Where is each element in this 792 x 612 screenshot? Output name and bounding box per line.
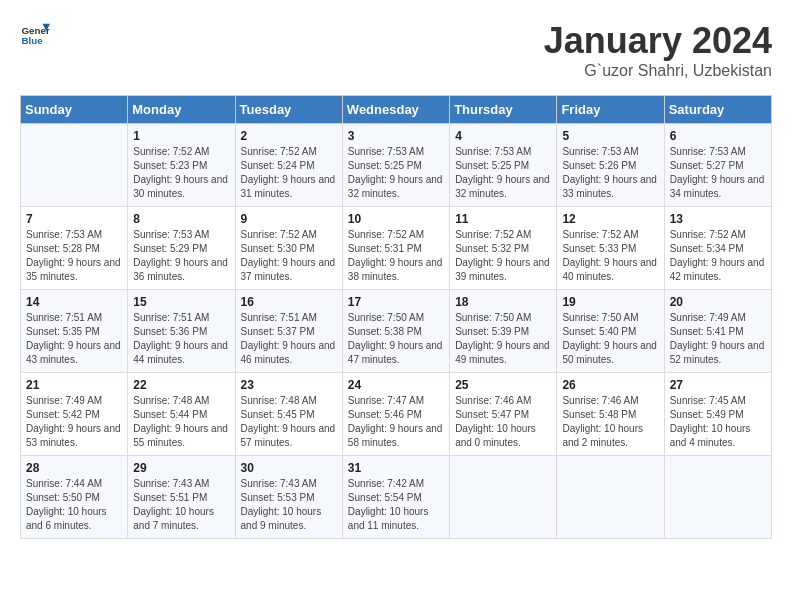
daylight-hours: Daylight: 9 hours and 43 minutes. (26, 340, 121, 365)
daylight-hours: Daylight: 10 hours and 6 minutes. (26, 506, 107, 531)
day-number: 30 (241, 461, 337, 475)
sunset-time: Sunset: 5:30 PM (241, 243, 315, 254)
daylight-hours: Daylight: 9 hours and 58 minutes. (348, 423, 443, 448)
daylight-hours: Daylight: 10 hours and 2 minutes. (562, 423, 643, 448)
sunrise-time: Sunrise: 7:49 AM (26, 395, 102, 406)
day-info: Sunrise: 7:47 AM Sunset: 5:46 PM Dayligh… (348, 394, 444, 450)
sunset-time: Sunset: 5:40 PM (562, 326, 636, 337)
calendar-cell: 13 Sunrise: 7:52 AM Sunset: 5:34 PM Dayl… (664, 207, 771, 290)
day-number: 1 (133, 129, 229, 143)
logo-icon: General Blue (20, 20, 50, 50)
day-info: Sunrise: 7:52 AM Sunset: 5:24 PM Dayligh… (241, 145, 337, 201)
daylight-hours: Daylight: 9 hours and 32 minutes. (455, 174, 550, 199)
calendar-cell: 23 Sunrise: 7:48 AM Sunset: 5:45 PM Dayl… (235, 373, 342, 456)
calendar-cell: 5 Sunrise: 7:53 AM Sunset: 5:26 PM Dayli… (557, 124, 664, 207)
calendar-cell: 20 Sunrise: 7:49 AM Sunset: 5:41 PM Dayl… (664, 290, 771, 373)
day-number: 25 (455, 378, 551, 392)
sunset-time: Sunset: 5:49 PM (670, 409, 744, 420)
sunset-time: Sunset: 5:45 PM (241, 409, 315, 420)
sunset-time: Sunset: 5:42 PM (26, 409, 100, 420)
sunrise-time: Sunrise: 7:52 AM (562, 229, 638, 240)
day-number: 7 (26, 212, 122, 226)
sunrise-time: Sunrise: 7:44 AM (26, 478, 102, 489)
day-info: Sunrise: 7:50 AM Sunset: 5:38 PM Dayligh… (348, 311, 444, 367)
daylight-hours: Daylight: 9 hours and 34 minutes. (670, 174, 765, 199)
day-number: 3 (348, 129, 444, 143)
sunset-time: Sunset: 5:46 PM (348, 409, 422, 420)
calendar-week-row: 21 Sunrise: 7:49 AM Sunset: 5:42 PM Dayl… (21, 373, 772, 456)
calendar-cell: 28 Sunrise: 7:44 AM Sunset: 5:50 PM Dayl… (21, 456, 128, 539)
calendar-cell: 17 Sunrise: 7:50 AM Sunset: 5:38 PM Dayl… (342, 290, 449, 373)
calendar-cell: 30 Sunrise: 7:43 AM Sunset: 5:53 PM Dayl… (235, 456, 342, 539)
day-info: Sunrise: 7:51 AM Sunset: 5:35 PM Dayligh… (26, 311, 122, 367)
sunrise-time: Sunrise: 7:50 AM (348, 312, 424, 323)
day-number: 6 (670, 129, 766, 143)
col-tuesday: Tuesday (235, 96, 342, 124)
logo: General Blue (20, 20, 50, 50)
sunset-time: Sunset: 5:34 PM (670, 243, 744, 254)
daylight-hours: Daylight: 9 hours and 47 minutes. (348, 340, 443, 365)
day-info: Sunrise: 7:51 AM Sunset: 5:37 PM Dayligh… (241, 311, 337, 367)
day-number: 29 (133, 461, 229, 475)
calendar-cell: 10 Sunrise: 7:52 AM Sunset: 5:31 PM Dayl… (342, 207, 449, 290)
sunrise-time: Sunrise: 7:52 AM (670, 229, 746, 240)
sunrise-time: Sunrise: 7:43 AM (241, 478, 317, 489)
day-info: Sunrise: 7:44 AM Sunset: 5:50 PM Dayligh… (26, 477, 122, 533)
day-number: 28 (26, 461, 122, 475)
calendar-cell: 19 Sunrise: 7:50 AM Sunset: 5:40 PM Dayl… (557, 290, 664, 373)
sunrise-time: Sunrise: 7:47 AM (348, 395, 424, 406)
daylight-hours: Daylight: 9 hours and 32 minutes. (348, 174, 443, 199)
daylight-hours: Daylight: 9 hours and 30 minutes. (133, 174, 228, 199)
day-info: Sunrise: 7:52 AM Sunset: 5:32 PM Dayligh… (455, 228, 551, 284)
day-info: Sunrise: 7:48 AM Sunset: 5:45 PM Dayligh… (241, 394, 337, 450)
day-number: 9 (241, 212, 337, 226)
sunset-time: Sunset: 5:33 PM (562, 243, 636, 254)
sunset-time: Sunset: 5:28 PM (26, 243, 100, 254)
calendar-cell: 27 Sunrise: 7:45 AM Sunset: 5:49 PM Dayl… (664, 373, 771, 456)
daylight-hours: Daylight: 10 hours and 0 minutes. (455, 423, 536, 448)
daylight-hours: Daylight: 9 hours and 46 minutes. (241, 340, 336, 365)
day-number: 8 (133, 212, 229, 226)
day-number: 31 (348, 461, 444, 475)
calendar-cell: 9 Sunrise: 7:52 AM Sunset: 5:30 PM Dayli… (235, 207, 342, 290)
col-wednesday: Wednesday (342, 96, 449, 124)
calendar-cell: 4 Sunrise: 7:53 AM Sunset: 5:25 PM Dayli… (450, 124, 557, 207)
day-info: Sunrise: 7:52 AM Sunset: 5:23 PM Dayligh… (133, 145, 229, 201)
page-title: January 2024 (544, 20, 772, 62)
daylight-hours: Daylight: 9 hours and 52 minutes. (670, 340, 765, 365)
calendar-week-row: 28 Sunrise: 7:44 AM Sunset: 5:50 PM Dayl… (21, 456, 772, 539)
day-number: 24 (348, 378, 444, 392)
calendar-cell: 7 Sunrise: 7:53 AM Sunset: 5:28 PM Dayli… (21, 207, 128, 290)
day-info: Sunrise: 7:52 AM Sunset: 5:33 PM Dayligh… (562, 228, 658, 284)
day-info: Sunrise: 7:43 AM Sunset: 5:53 PM Dayligh… (241, 477, 337, 533)
daylight-hours: Daylight: 9 hours and 36 minutes. (133, 257, 228, 282)
day-number: 26 (562, 378, 658, 392)
day-info: Sunrise: 7:53 AM Sunset: 5:28 PM Dayligh… (26, 228, 122, 284)
sunrise-time: Sunrise: 7:46 AM (562, 395, 638, 406)
column-headers: Sunday Monday Tuesday Wednesday Thursday… (21, 96, 772, 124)
daylight-hours: Daylight: 10 hours and 11 minutes. (348, 506, 429, 531)
daylight-hours: Daylight: 9 hours and 44 minutes. (133, 340, 228, 365)
sunset-time: Sunset: 5:39 PM (455, 326, 529, 337)
sunset-time: Sunset: 5:35 PM (26, 326, 100, 337)
sunset-time: Sunset: 5:54 PM (348, 492, 422, 503)
title-section: January 2024 G`uzor Shahri, Uzbekistan (544, 20, 772, 80)
sunrise-time: Sunrise: 7:53 AM (562, 146, 638, 157)
daylight-hours: Daylight: 9 hours and 35 minutes. (26, 257, 121, 282)
day-info: Sunrise: 7:53 AM Sunset: 5:25 PM Dayligh… (455, 145, 551, 201)
calendar-cell: 12 Sunrise: 7:52 AM Sunset: 5:33 PM Dayl… (557, 207, 664, 290)
calendar-week-row: 14 Sunrise: 7:51 AM Sunset: 5:35 PM Dayl… (21, 290, 772, 373)
day-number: 5 (562, 129, 658, 143)
sunset-time: Sunset: 5:31 PM (348, 243, 422, 254)
day-info: Sunrise: 7:52 AM Sunset: 5:31 PM Dayligh… (348, 228, 444, 284)
svg-text:Blue: Blue (22, 35, 44, 46)
day-info: Sunrise: 7:46 AM Sunset: 5:47 PM Dayligh… (455, 394, 551, 450)
daylight-hours: Daylight: 10 hours and 7 minutes. (133, 506, 214, 531)
calendar-table: Sunday Monday Tuesday Wednesday Thursday… (20, 95, 772, 539)
sunrise-time: Sunrise: 7:53 AM (348, 146, 424, 157)
day-info: Sunrise: 7:53 AM Sunset: 5:29 PM Dayligh… (133, 228, 229, 284)
day-number: 20 (670, 295, 766, 309)
sunrise-time: Sunrise: 7:45 AM (670, 395, 746, 406)
daylight-hours: Daylight: 9 hours and 53 minutes. (26, 423, 121, 448)
sunrise-time: Sunrise: 7:51 AM (133, 312, 209, 323)
